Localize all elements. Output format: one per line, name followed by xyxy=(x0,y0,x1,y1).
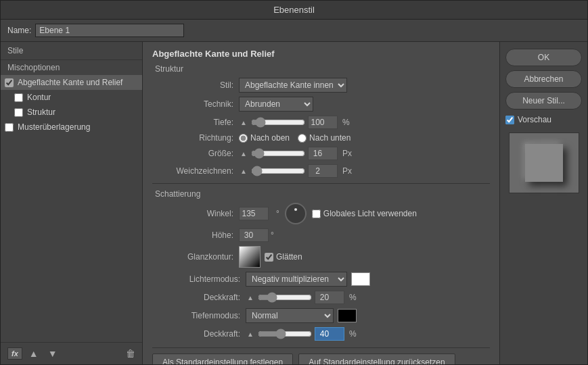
lichtermodus-color-swatch[interactable] xyxy=(351,272,370,286)
dialog-title: Ebenenstil xyxy=(273,5,315,15)
vorschau-label: Vorschau xyxy=(518,115,551,124)
muster-checkbox[interactable] xyxy=(5,123,14,132)
move-down-button[interactable]: ▼ xyxy=(45,347,60,360)
licht-deckkraft-slider[interactable] xyxy=(258,292,312,303)
stil-select[interactable]: Abgeflachte Kante innen Abgeflachte Kant… xyxy=(239,78,347,93)
preview-inner xyxy=(525,144,563,182)
technik-label: Technik: xyxy=(152,99,233,109)
tiefenmodus-label: Tiefenmodus: xyxy=(152,311,240,320)
struktur-sub-title: Struktur xyxy=(155,64,490,74)
hoehe-input[interactable] xyxy=(239,228,269,242)
technik-select[interactable]: Abrunden Meißeln – hart Meißeln – weich xyxy=(239,97,313,112)
misch-section[interactable]: Mischoptionen xyxy=(1,60,142,75)
right-panel: OK Abbrechen Neuer Stil... Vorschau xyxy=(499,42,587,364)
left-panel: Stile Mischoptionen Abgeflachte Kante un… xyxy=(1,42,143,364)
kontur-checkbox[interactable] xyxy=(14,93,23,102)
globales-licht-checkbox[interactable] xyxy=(312,210,321,218)
tiefe-slider[interactable] xyxy=(251,117,305,128)
glanzkontur-swatch[interactable] xyxy=(239,246,261,268)
glanzkontur-label: Glanzkontur: xyxy=(152,252,233,262)
angle-dial[interactable] xyxy=(285,203,307,224)
tiefenmodus-select[interactable]: Normal Multiplizieren Bildschirm xyxy=(246,308,334,323)
richtung-oben-radio[interactable] xyxy=(239,134,248,143)
hoehe-unit: ° xyxy=(271,230,274,240)
sidebar-item-bevel[interactable]: Abgeflachte Kante und Relief xyxy=(1,75,142,90)
delete-button[interactable]: 🗑 xyxy=(126,348,135,359)
richtung-unten-label: Nach unten xyxy=(309,133,350,143)
ok-button[interactable]: OK xyxy=(505,49,582,66)
muster-label: Musterüberlagerung xyxy=(18,122,90,132)
tief-deckkraft-unit: % xyxy=(349,329,357,339)
tiefe-slider-icon: ▲ xyxy=(239,118,248,127)
tiefe-input[interactable] xyxy=(308,116,338,129)
groesse-slider-container: ▲ Px xyxy=(239,147,352,160)
name-label: Name: xyxy=(7,26,31,35)
groesse-input[interactable] xyxy=(308,147,338,160)
tiefenmodus-color-swatch[interactable] xyxy=(338,309,357,322)
main-area: Stile Mischoptionen Abgeflachte Kante un… xyxy=(1,42,587,364)
richtung-row: Richtung: Nach oben Nach unten xyxy=(152,133,490,143)
winkel-unit: ° xyxy=(276,209,279,218)
weich-slider[interactable] xyxy=(251,166,305,176)
struktur-checkbox[interactable] xyxy=(14,108,23,117)
winkel-input[interactable] xyxy=(239,207,269,220)
sidebar-item-kontur[interactable]: Kontur xyxy=(1,90,142,105)
richtung-unten[interactable]: Nach unten xyxy=(298,133,350,143)
sidebar-item-struktur[interactable]: Struktur xyxy=(1,105,142,120)
name-input[interactable] xyxy=(35,24,184,37)
preview-canvas xyxy=(509,132,579,193)
winkel-label: Winkel: xyxy=(152,209,233,218)
kontur-label: Kontur xyxy=(27,93,51,102)
richtung-oben-label: Nach oben xyxy=(250,133,290,143)
dialog: Ebenenstil Name: Stile Mischoptionen Abg… xyxy=(0,0,588,365)
glaetten-label: Glätten xyxy=(276,252,302,262)
licht-deckkraft-unit: % xyxy=(349,293,357,302)
bottom-buttons: Als Standardeinstellung festlegen Auf St… xyxy=(152,347,490,364)
tief-deckkraft-row: Deckkraft: ▲ % xyxy=(152,327,490,341)
stil-label: Stil: xyxy=(152,80,233,90)
tief-deckkraft-input[interactable] xyxy=(315,327,344,341)
richtung-label: Richtung: xyxy=(152,133,233,143)
tief-deckkraft-icon: ▲ xyxy=(246,329,255,339)
tiefe-row: Tiefe: ▲ % xyxy=(152,116,490,129)
section-title: Abgeflachte Kante und Relief xyxy=(152,49,490,59)
struktur-label: Struktur xyxy=(27,107,55,117)
licht-deckkraft-label: Deckkraft: xyxy=(152,293,240,302)
licht-deckkraft-input[interactable] xyxy=(315,291,344,304)
vorschau-row: Vorschau xyxy=(505,115,582,124)
weich-unit: Px xyxy=(342,166,352,176)
bevel-checkbox[interactable] xyxy=(5,78,14,87)
globales-licht-option[interactable]: Globales Licht verwenden xyxy=(312,209,417,218)
vorschau-checkbox[interactable] xyxy=(505,116,514,124)
winkel-control: ° Globales Licht verwenden xyxy=(239,203,417,224)
reset-standard-button[interactable]: Auf Standardeinstellung zurücksetzen xyxy=(298,354,455,364)
richtung-unten-radio[interactable] xyxy=(298,134,307,143)
left-bottom: fx ▲ ▼ 🗑 xyxy=(1,342,142,364)
groesse-label: Größe: xyxy=(152,149,233,158)
name-row: Name: xyxy=(1,20,587,42)
title-bar: Ebenenstil xyxy=(1,1,587,20)
weich-row: Weichzeichnen: ▲ Px xyxy=(152,164,490,178)
sidebar-item-muster[interactable]: Musterüberlagerung xyxy=(1,120,142,135)
abbrechen-button[interactable]: Abbrechen xyxy=(505,70,582,88)
glaetten-checkbox[interactable] xyxy=(265,253,273,262)
divider-1 xyxy=(152,183,490,184)
move-up-button[interactable]: ▲ xyxy=(26,347,41,360)
groesse-slider[interactable] xyxy=(251,148,305,159)
licht-deckkraft-row: Deckkraft: ▲ % xyxy=(152,291,490,304)
weich-input[interactable] xyxy=(308,164,338,178)
lichtermodus-select[interactable]: Negativ multiplizieren Normal Bildschirm… xyxy=(246,272,347,287)
neuer-stil-button[interactable]: Neuer Stil... xyxy=(505,92,582,110)
richtung-oben[interactable]: Nach oben xyxy=(239,133,290,143)
lichtermodus-row: Lichtermodus: Negativ multiplizieren Nor… xyxy=(152,272,490,287)
hoehe-row: Höhe: ° xyxy=(152,228,490,242)
tief-deckkraft-slider[interactable] xyxy=(258,328,312,339)
winkel-row: Winkel: ° Globales Licht verwenden xyxy=(152,203,490,224)
weich-slider-container: ▲ Px xyxy=(239,164,352,178)
fx-button[interactable]: fx xyxy=(7,347,22,360)
lichtermodus-label: Lichtermodus: xyxy=(152,274,240,284)
tiefe-slider-container: ▲ % xyxy=(239,116,350,129)
set-standard-button[interactable]: Als Standardeinstellung festlegen xyxy=(152,354,293,364)
schattierung-title: Schattierung xyxy=(155,189,490,199)
glaetten-option[interactable]: Glätten xyxy=(265,252,302,262)
